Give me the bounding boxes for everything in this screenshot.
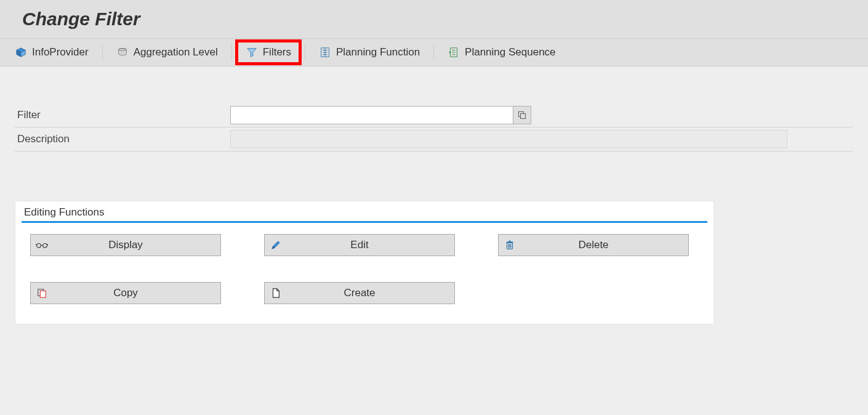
svg-point-18 xyxy=(43,244,47,248)
svg-rect-28 xyxy=(40,291,46,297)
toolbar-item-label: Planning Sequence xyxy=(465,46,555,58)
title-bar: Change Filter xyxy=(0,0,868,39)
content-area: Filter Description Editing Functions xyxy=(0,66,868,339)
pencil-icon xyxy=(270,239,282,251)
delete-button[interactable]: Delete xyxy=(498,234,689,256)
toolbar-divider xyxy=(305,44,305,60)
trash-icon xyxy=(504,239,516,251)
svg-rect-16 xyxy=(521,114,526,119)
editing-functions-group: Editing Functions Display xyxy=(15,201,714,324)
button-label: Copy xyxy=(37,287,214,299)
glasses-icon xyxy=(36,239,48,251)
create-button[interactable]: Create xyxy=(264,282,455,304)
toolbar-item-label: InfoProvider xyxy=(32,46,89,58)
display-button[interactable]: Display xyxy=(30,234,221,256)
svg-line-20 xyxy=(47,244,48,246)
filter-field-row: Filter xyxy=(15,103,853,127)
toolbar-item-label: Filters xyxy=(263,46,291,58)
planning-function-icon xyxy=(319,46,331,58)
edit-button[interactable]: Edit xyxy=(264,234,455,256)
button-label: Create xyxy=(271,287,448,299)
filter-icon xyxy=(246,46,258,58)
button-label: Display xyxy=(37,239,214,251)
description-readonly xyxy=(230,130,787,148)
copy-button[interactable]: Copy xyxy=(30,282,221,304)
button-label: Delete xyxy=(505,239,682,251)
new-document-icon xyxy=(270,287,282,299)
svg-point-17 xyxy=(37,244,41,248)
toolbar-item-label: Planning Function xyxy=(336,46,420,58)
description-field-row: Description xyxy=(15,127,853,151)
page-title: Change Filter xyxy=(22,9,856,30)
filter-input-wrap xyxy=(230,106,531,124)
filter-label: Filter xyxy=(15,109,230,121)
aggregation-icon xyxy=(116,46,129,58)
toolbar-item-label: Aggregation Level xyxy=(134,46,218,58)
value-help-icon xyxy=(517,109,527,121)
app-toolbar: InfoProvider Aggregation Level Filters xyxy=(0,39,868,66)
toolbar-divider xyxy=(433,44,434,60)
copy-icon xyxy=(36,287,48,299)
filter-input[interactable] xyxy=(230,106,513,124)
value-help-button[interactable] xyxy=(513,106,531,124)
toolbar-divider xyxy=(231,44,232,60)
button-row-2: Copy Create xyxy=(15,278,713,308)
button-row-1: Display Edit xyxy=(15,230,713,260)
svg-line-19 xyxy=(36,244,37,246)
group-title: Editing Functions xyxy=(15,201,713,221)
planning-sequence-icon xyxy=(448,46,460,58)
toolbar-item-filters[interactable]: Filters xyxy=(237,41,300,63)
group-divider xyxy=(22,221,707,223)
toolbar-item-aggregation-level[interactable]: Aggregation Level xyxy=(108,41,227,63)
svg-rect-25 xyxy=(507,242,513,243)
toolbar-item-planning-function[interactable]: Planning Function xyxy=(310,41,428,63)
cube-icon xyxy=(15,46,27,58)
button-label: Edit xyxy=(271,239,448,251)
toolbar-divider xyxy=(102,44,103,60)
toolbar-item-planning-sequence[interactable]: Planning Sequence xyxy=(439,41,564,63)
toolbar-item-info-provider[interactable]: InfoProvider xyxy=(6,41,97,63)
description-label: Description xyxy=(15,133,230,145)
svg-rect-26 xyxy=(508,241,511,242)
